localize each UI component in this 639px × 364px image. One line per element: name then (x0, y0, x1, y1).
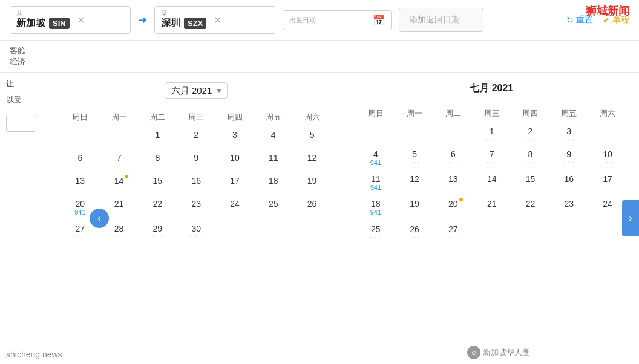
day-cell[interactable]: 24· · · (588, 198, 627, 216)
day-cell[interactable]: 25· · · (356, 223, 396, 241)
day-cell[interactable]: 6· · · (434, 148, 473, 166)
day-dots: · · · (525, 159, 536, 165)
day-cell[interactable]: 9· · · (549, 148, 588, 166)
day-dots: · · · (525, 184, 536, 190)
top-bar: 从 新加坡 SIN ✕ ➜ 至 深圳 SZX ✕ 出发日期 (0, 0, 639, 41)
day-cell[interactable]: 25· · · (254, 198, 293, 216)
day-cell[interactable]: 13· · · (61, 175, 100, 193)
day-cell[interactable]: 29· · · (138, 223, 177, 241)
day-cell[interactable]: 4· · · (254, 129, 293, 147)
day-cell[interactable]: 1· · · (473, 125, 511, 143)
day-cell[interactable]: 24· · · (215, 198, 254, 216)
calendar-next-button[interactable]: › (622, 200, 639, 236)
day-cell[interactable]: 23· · · (177, 198, 215, 216)
day-cell[interactable]: 14· · · (473, 173, 511, 191)
day-number: 5 (310, 130, 315, 140)
day-cell[interactable]: 10· · · (215, 152, 254, 170)
day-cell[interactable]: 9· · · (177, 152, 215, 170)
july-title: 七月 2021 (470, 82, 513, 95)
day-cell[interactable]: 8· · · (138, 152, 177, 170)
table-row (395, 123, 434, 146)
table-row (254, 220, 293, 243)
day-cell[interactable]: 15· · · (138, 175, 177, 193)
day-cell[interactable]: 5· · · (395, 148, 434, 166)
day-cell[interactable]: 2· · · (177, 129, 215, 147)
day-cell[interactable]: 6· · · (61, 152, 100, 170)
table-row: 18941 (356, 195, 396, 220)
from-field[interactable]: 从 新加坡 SIN ✕ (10, 6, 131, 34)
day-cell[interactable]: 16· · · (549, 173, 588, 191)
weekday-sun-left: 周日 (61, 108, 100, 126)
day-dots: · · · (114, 233, 125, 239)
table-row: 11· · · (254, 149, 293, 172)
day-cell[interactable]: 8· · · (511, 148, 550, 166)
day-cell[interactable]: 7· · · (100, 152, 139, 170)
day-cell[interactable]: 18· · · (254, 175, 293, 193)
table-row: 10· · · (588, 146, 627, 171)
day-cell[interactable]: 14· · · (100, 175, 139, 193)
day-cell[interactable]: 21· · · (473, 198, 511, 216)
day-cell[interactable]: 13· · · (434, 173, 473, 191)
day-cell[interactable]: 11· · · (254, 152, 293, 170)
day-cell[interactable]: 19· · · (395, 198, 434, 216)
day-dots: · · · (307, 186, 318, 192)
day-cell[interactable]: 19· · · (293, 175, 332, 193)
day-cell[interactable]: 26· · · (395, 223, 434, 241)
day-number: 1 (490, 126, 494, 136)
day-dots: · · · (564, 209, 575, 215)
day-dots: · · · (525, 209, 536, 215)
day-cell[interactable]: 23· · · (549, 198, 588, 216)
day-number: 23 (564, 199, 574, 209)
day-cell[interactable]: 26· · · (293, 198, 332, 216)
day-cell[interactable]: 27· · · (434, 223, 473, 241)
table-row: 10· · · (215, 149, 254, 172)
weekday-thu-left: 周四 (215, 108, 254, 126)
day-number: 9 (566, 149, 571, 159)
calendar-prev-button[interactable]: ‹ (90, 209, 109, 228)
from-close-button[interactable]: ✕ (77, 15, 85, 26)
day-cell[interactable]: 17· · · (588, 173, 627, 191)
day-cell[interactable]: 3· · · (549, 125, 588, 143)
day-number: 22 (153, 199, 163, 209)
day-number: 24 (230, 199, 240, 209)
calendar-july: 七月 2021 周日 周一 周二 周三 周四 周五 周六 (344, 73, 640, 364)
day-cell[interactable]: 10· · · (588, 148, 627, 166)
table-row: 18· · · (254, 172, 293, 195)
day-cell[interactable]: 30· · · (177, 223, 215, 241)
day-cell[interactable]: 16· · · (177, 175, 215, 193)
day-dots: · · · (307, 209, 318, 215)
swap-arrow-icon[interactable]: ➜ (138, 13, 147, 27)
return-date-field[interactable]: 添加返回日期 (399, 8, 483, 32)
from-city-code: SIN (49, 18, 70, 29)
day-cell[interactable]: 2· · · (511, 125, 550, 143)
table-row: 24· · · (588, 195, 627, 220)
day-cell[interactable]: 5· · · (293, 129, 332, 147)
table-row: 22· · · (138, 195, 177, 220)
day-cell[interactable]: 11941 (356, 173, 396, 193)
day-cell[interactable]: 22· · · (138, 198, 177, 216)
day-cell[interactable]: 7· · · (473, 148, 511, 166)
table-row (356, 123, 396, 146)
depart-date-field[interactable]: 出发日期 📅 (283, 10, 392, 30)
table-row (215, 220, 254, 243)
table-row: 12· · · (395, 171, 434, 195)
day-cell[interactable]: 12· · · (395, 173, 434, 191)
day-cell[interactable]: 18941 (356, 198, 396, 218)
day-cell[interactable]: 22· · · (511, 198, 550, 216)
table-row: 4· · · (254, 126, 293, 149)
day-dots: · · · (525, 136, 536, 142)
day-cell[interactable]: 17· · · (215, 175, 254, 193)
day-cell[interactable]: 1· · · (138, 129, 177, 147)
day-dots: · · · (191, 209, 202, 215)
to-close-button[interactable]: ✕ (214, 15, 221, 26)
table-row: 2· · · (177, 126, 215, 149)
to-field[interactable]: 至 深圳 SZX ✕ (154, 6, 275, 34)
table-row: 27· · · (434, 221, 473, 244)
day-cell[interactable]: 4941 (356, 148, 396, 168)
june-month-select[interactable]: 六月 2021 (165, 82, 228, 99)
day-cell[interactable]: 3· · · (215, 129, 254, 147)
day-cell[interactable]: 12· · · (293, 152, 332, 170)
weekday-sat-right: 周六 (588, 105, 627, 123)
day-cell[interactable]: 20· · · (434, 198, 473, 216)
day-cell[interactable]: 15· · · (511, 173, 550, 191)
